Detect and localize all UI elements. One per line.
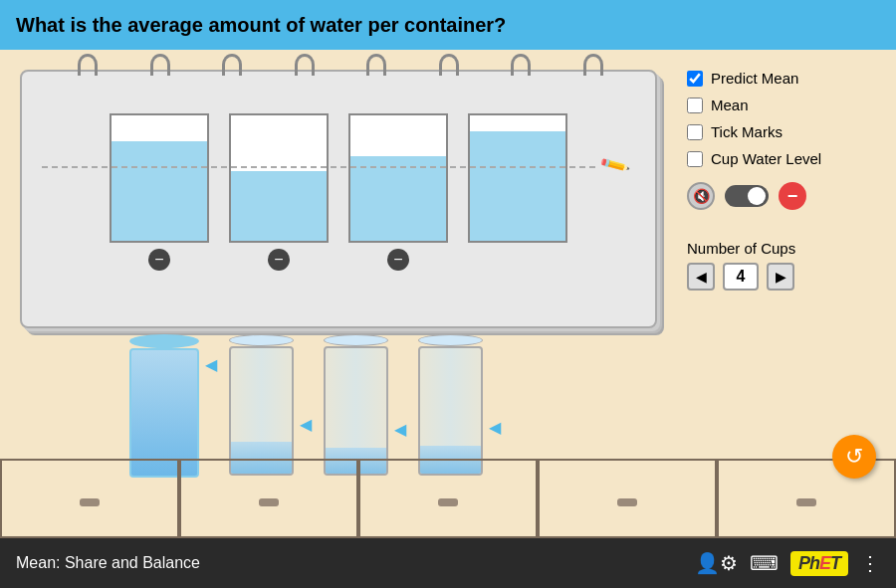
notebook-beaker-2 <box>229 113 329 271</box>
cup-large-top <box>129 334 199 348</box>
notebook: ✏️ <box>20 70 657 328</box>
toggle-switch[interactable] <box>725 185 769 207</box>
cups-value-display: 4 <box>723 263 759 291</box>
cup-large-container: ◀ <box>129 334 199 464</box>
nb-water-4 <box>470 131 565 241</box>
toggle-row: 🔇 − <box>687 182 886 210</box>
cup-small-2-body <box>229 346 294 476</box>
drawer-4 <box>538 459 717 538</box>
cup-water-level-label: Cup Water Level <box>711 150 821 167</box>
ring-6 <box>439 54 459 76</box>
cup-small-4-body <box>418 346 483 476</box>
nb-beaker-body-3 <box>348 113 448 243</box>
menu-icon[interactable]: ⋮ <box>860 551 880 575</box>
minus-circle-btn[interactable]: − <box>779 182 806 210</box>
nb-water-2 <box>231 171 327 241</box>
notebook-rings <box>52 54 629 76</box>
ring-3 <box>222 54 242 76</box>
cup-small-3-body <box>324 346 388 476</box>
water-arrow-4: ◀ <box>489 418 501 437</box>
beaker-minus-btn-2[interactable] <box>268 249 290 271</box>
page-title: What is the average amount of water per … <box>16 14 506 37</box>
ring-2 <box>150 54 170 76</box>
beaker-minus-btn-3[interactable] <box>387 249 409 271</box>
nb-beaker-body-4 <box>468 113 567 243</box>
cup-large <box>129 334 199 464</box>
cups-right-arrow[interactable]: ▶ <box>767 263 794 291</box>
cup-small-2-top <box>229 334 294 346</box>
cup-small-3-top <box>324 334 388 346</box>
water-arrow-2: ◀ <box>300 415 312 434</box>
ring-5 <box>366 54 386 76</box>
ring-1 <box>78 54 98 76</box>
ring-4 <box>295 54 315 76</box>
notebook-beakers <box>42 101 635 271</box>
drawer-knob-5 <box>796 498 816 506</box>
mean-row: Mean <box>687 97 886 113</box>
ring-8 <box>583 54 603 76</box>
mean-line <box>42 166 595 168</box>
user-settings-icon[interactable]: 👤⚙ <box>695 551 738 575</box>
mean-label: Mean <box>711 97 749 113</box>
tick-marks-label: Tick Marks <box>711 123 783 140</box>
top-header: What is the average amount of water per … <box>0 0 896 50</box>
sound-off-icon[interactable]: 🔇 <box>687 182 715 210</box>
drawer-3 <box>358 459 538 538</box>
number-of-cups-label: Number of Cups <box>687 240 886 257</box>
tick-marks-checkbox[interactable] <box>687 124 703 140</box>
footer-title: Mean: Share and Balance <box>16 554 200 572</box>
drawer-knob-4 <box>617 498 637 506</box>
nb-beaker-body-1 <box>110 113 209 243</box>
beaker-minus-btn-1[interactable] <box>148 249 170 271</box>
cup-small-container-3: ◀ <box>324 334 388 464</box>
phet-logo[interactable]: PhET <box>790 551 848 576</box>
table-scene: ◀ ◀ ◀ <box>0 329 896 538</box>
water-arrow-1: ◀ <box>205 355 217 374</box>
notebook-beaker-1 <box>110 113 209 271</box>
water-arrow-3: ◀ <box>394 420 406 439</box>
nb-water-3 <box>350 156 446 241</box>
predict-mean-label: Predict Mean <box>711 70 798 87</box>
cup-small-4-top <box>418 334 483 346</box>
footer: Mean: Share and Balance 👤⚙ ⌨ PhET ⋮ <box>0 538 896 588</box>
cups-control: ◀ 4 ▶ <box>687 263 886 291</box>
keyboard-icon[interactable]: ⌨ <box>750 551 779 575</box>
footer-icons: 👤⚙ ⌨ PhET ⋮ <box>695 551 880 576</box>
ring-7 <box>511 54 531 76</box>
nb-water-1 <box>112 141 207 241</box>
cup-small-container-2: ◀ <box>229 334 294 464</box>
cup-water-level-row: Cup Water Level <box>687 150 886 167</box>
nb-beaker-body-2 <box>229 113 329 243</box>
predict-mean-checkbox[interactable] <box>687 71 703 87</box>
cups-section: Number of Cups ◀ 4 ▶ <box>687 240 886 291</box>
drawer-1 <box>0 459 179 538</box>
cup-small-2 <box>229 334 294 464</box>
refresh-button[interactable]: ↺ <box>832 435 876 479</box>
toggle-knob <box>748 187 766 205</box>
cup-small-container-4: ◀ <box>418 334 483 464</box>
cup-small-4 <box>418 334 483 464</box>
cups-row: ◀ ◀ ◀ <box>129 334 483 464</box>
table-drawers <box>0 459 896 538</box>
notebook-beaker-3 <box>348 113 448 271</box>
drawer-knob-1 <box>80 498 100 506</box>
cup-water-level-checkbox[interactable] <box>687 151 703 167</box>
cups-left-arrow[interactable]: ◀ <box>687 263 715 291</box>
notebook-beaker-4 <box>468 113 567 271</box>
predict-mean-row: Predict Mean <box>687 70 886 87</box>
drawer-2 <box>179 459 358 538</box>
drawer-knob-3 <box>438 498 458 506</box>
drawer-knob-2 <box>259 498 279 506</box>
mean-checkbox[interactable] <box>687 98 703 113</box>
cup-small-3 <box>324 334 388 464</box>
tick-marks-row: Tick Marks <box>687 123 886 140</box>
